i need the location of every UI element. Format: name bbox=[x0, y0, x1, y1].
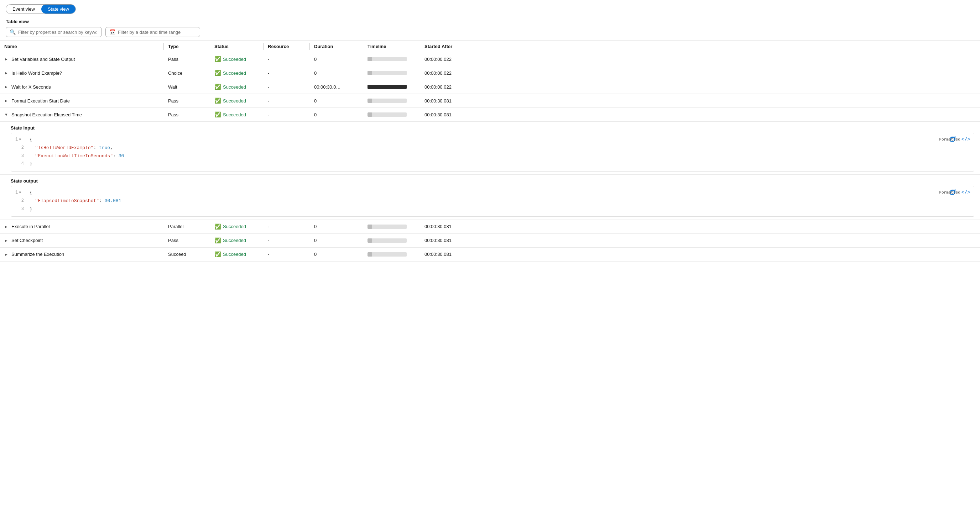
formatted-icon: </> bbox=[961, 136, 970, 142]
expand-icon[interactable]: ► bbox=[4, 238, 8, 243]
row-resource: - bbox=[264, 220, 310, 233]
row-name: ► Set Checkpoint bbox=[0, 234, 164, 247]
table-row: ► Format Execution Start Date Pass ✅ Suc… bbox=[0, 94, 980, 108]
row-type: Parallel bbox=[164, 220, 210, 233]
table-row: ► Summarize the Execution Succeed ✅ Succ… bbox=[0, 247, 980, 262]
keyword-filter-input[interactable] bbox=[18, 30, 97, 35]
table-header: Name Type Status Resource Duration Timel… bbox=[0, 41, 980, 52]
row-name: ► Wait for X Seconds bbox=[0, 81, 164, 93]
code-line: 4 } bbox=[11, 160, 974, 168]
succeeded-icon: ✅ bbox=[215, 237, 221, 244]
row-started-after: 00:00:30.081 bbox=[420, 220, 492, 233]
fold-arrow[interactable]: ▼ bbox=[19, 190, 21, 196]
state-view-button[interactable]: State view bbox=[41, 5, 75, 14]
timeline-bar bbox=[368, 113, 372, 117]
col-status: Status bbox=[210, 41, 264, 52]
row-timeline bbox=[363, 235, 420, 246]
table: Name Type Status Resource Duration Timel… bbox=[0, 41, 980, 262]
timeline-bar bbox=[368, 252, 372, 257]
row-status: ✅ Succeeded bbox=[210, 234, 264, 247]
row-duration: 0 bbox=[310, 53, 363, 65]
row-started-after: 00:00:30.081 bbox=[420, 95, 492, 107]
succeeded-icon: ✅ bbox=[215, 251, 221, 258]
row-resource: - bbox=[264, 95, 310, 107]
timeline-bar bbox=[368, 71, 372, 75]
succeeded-icon: ✅ bbox=[215, 224, 221, 230]
row-duration: 0 bbox=[310, 108, 363, 121]
col-duration: Duration bbox=[310, 41, 363, 52]
state-output-code-block: 🗍 Formatted </> 1▼ { 2 "ElapsedTimeToSna… bbox=[11, 186, 974, 216]
state-output-label: State output bbox=[11, 178, 974, 184]
succeeded-icon: ✅ bbox=[215, 97, 221, 104]
fold-arrow[interactable]: ▼ bbox=[19, 137, 21, 143]
row-timeline bbox=[363, 53, 420, 65]
row-name: ► Summarize the Execution bbox=[0, 248, 164, 260]
formatted-label: Formatted </> bbox=[939, 136, 970, 142]
row-duration: 0 bbox=[310, 220, 363, 233]
date-filter[interactable]: 📅 bbox=[105, 27, 200, 37]
table-view-label: Table view bbox=[0, 17, 980, 25]
row-status: ✅ Succeeded bbox=[210, 66, 264, 80]
table-row: ► Set Checkpoint Pass ✅ Succeeded - 0 00… bbox=[0, 234, 980, 247]
row-duration: 00:00:30.0… bbox=[310, 81, 363, 93]
formatted-icon: </> bbox=[961, 190, 970, 195]
expand-icon[interactable]: ► bbox=[4, 71, 8, 75]
row-type: Succeed bbox=[164, 248, 210, 260]
row-started-after: 00:00:00.022 bbox=[420, 67, 492, 79]
table-row: ▼ Snapshot Execution Elapsed Time Pass ✅… bbox=[0, 108, 980, 122]
keyword-filter[interactable]: 🔍 bbox=[6, 27, 102, 37]
row-resource: - bbox=[264, 234, 310, 247]
event-view-button[interactable]: Event view bbox=[6, 5, 41, 14]
expand-icon[interactable]: ► bbox=[4, 252, 8, 257]
row-type: Pass bbox=[164, 108, 210, 121]
date-filter-input[interactable] bbox=[118, 30, 196, 35]
timeline-bar bbox=[368, 238, 372, 243]
filter-bar: 🔍 📅 bbox=[0, 25, 980, 41]
row-resource: - bbox=[264, 81, 310, 93]
table-row: ► Set Variables and State Output Pass ✅ … bbox=[0, 52, 980, 66]
row-name: ► Set Variables and State Output bbox=[0, 53, 164, 65]
col-resource: Resource bbox=[264, 41, 310, 52]
view-toggle-bar: Event view State view bbox=[0, 0, 980, 17]
state-input-panel: State input 🗍 Formatted </> 1▼ { 2 "IsHe… bbox=[0, 122, 980, 175]
col-timeline: Timeline bbox=[363, 41, 420, 52]
row-type: Pass bbox=[164, 95, 210, 107]
row-duration: 0 bbox=[310, 234, 363, 247]
row-status: ✅ Succeeded bbox=[210, 247, 264, 261]
row-resource: - bbox=[264, 108, 310, 121]
row-status: ✅ Succeeded bbox=[210, 80, 264, 94]
view-toggle: Event view State view bbox=[6, 4, 76, 14]
collapse-icon[interactable]: ▼ bbox=[4, 113, 8, 117]
expand-icon[interactable]: ► bbox=[4, 57, 8, 61]
row-duration: 0 bbox=[310, 95, 363, 107]
row-resource: - bbox=[264, 248, 310, 260]
row-started-after: 00:00:00.022 bbox=[420, 81, 492, 93]
timeline-bar-container bbox=[368, 85, 407, 89]
col-name: Name bbox=[0, 41, 164, 52]
timeline-bar-container bbox=[368, 71, 407, 75]
row-name: ► Is Hello World Example? bbox=[0, 67, 164, 79]
row-duration: 0 bbox=[310, 248, 363, 260]
state-input-code-block: 🗍 Formatted </> 1▼ { 2 "IsHelloWorldExam… bbox=[11, 133, 974, 171]
table-row: ► Execute in Parallel Parallel ✅ Succeed… bbox=[0, 220, 980, 234]
row-duration: 0 bbox=[310, 67, 363, 79]
timeline-bar-container bbox=[368, 57, 407, 61]
row-timeline bbox=[363, 67, 420, 79]
row-timeline bbox=[363, 109, 420, 120]
row-timeline bbox=[363, 249, 420, 260]
code-line: 1▼ { bbox=[11, 189, 974, 197]
timeline-bar-container bbox=[368, 98, 407, 103]
expand-icon[interactable]: ► bbox=[4, 225, 8, 229]
expand-icon[interactable]: ► bbox=[4, 98, 8, 103]
succeeded-icon: ✅ bbox=[215, 70, 221, 76]
row-type: Choice bbox=[164, 67, 210, 79]
code-line: 3 } bbox=[11, 205, 974, 214]
succeeded-icon: ✅ bbox=[215, 84, 221, 90]
row-status: ✅ Succeeded bbox=[210, 220, 264, 233]
expand-icon[interactable]: ► bbox=[4, 85, 8, 89]
row-started-after: 00:00:30.081 bbox=[420, 108, 492, 121]
timeline-bar bbox=[368, 225, 372, 229]
code-line: 1▼ { bbox=[11, 136, 974, 144]
row-resource: - bbox=[264, 67, 310, 79]
row-started-after: 00:00:30.081 bbox=[420, 234, 492, 247]
